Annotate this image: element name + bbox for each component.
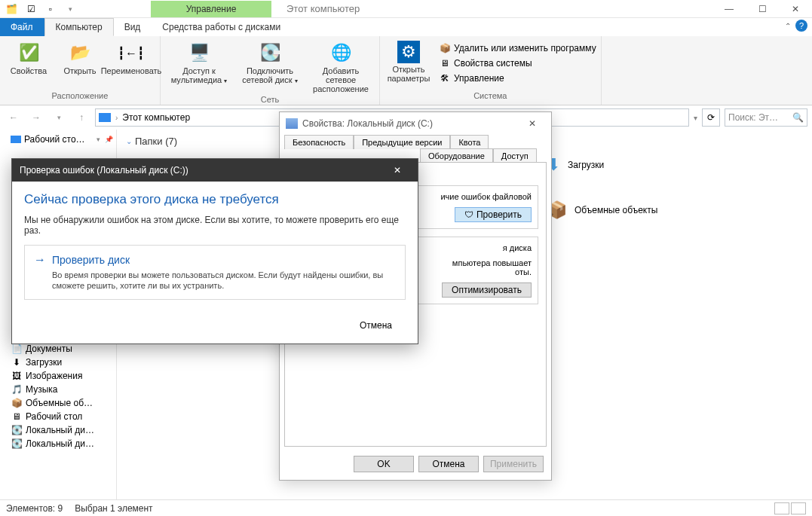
refresh-button[interactable]: ⟳	[702, 108, 720, 127]
add-network-location-button[interactable]: 🌐Добавить сетевое расположение	[307, 39, 375, 95]
drive-icon	[286, 118, 298, 129]
cancel-button[interactable]: Отмена	[418, 456, 479, 472]
drive-network-icon: 💽	[258, 41, 282, 65]
search-icon: 🔍	[792, 112, 804, 123]
modal-body-text: Мы не обнаружили ошибок на этом диске. Е…	[24, 215, 406, 236]
box-icon: 📦	[439, 42, 451, 54]
tree-icon: ⬇	[11, 357, 23, 368]
tree-icon: 📦	[11, 398, 23, 408]
status-items-count: Элементов: 9	[6, 503, 63, 514]
manage-icon: 🛠	[439, 72, 451, 84]
search-input[interactable]: Поиск: Эт… 🔍	[725, 108, 807, 127]
ribbon-tabs: Файл Компьютер Вид Средства работы с дис…	[0, 18, 812, 36]
folder-3d-objects[interactable]: 📦Объемные объекты	[539, 175, 812, 220]
error-check-dialog: Проверка ошибок (Локальный диск (C:)) ✕ …	[11, 158, 418, 344]
group-label-location: Расположение	[5, 91, 155, 102]
tab-hardware[interactable]: Оборудование	[420, 148, 493, 163]
tab-security[interactable]: Безопасность	[284, 135, 354, 149]
status-selected: Выбран 1 элемент	[75, 503, 152, 514]
tree-icon: 💽	[11, 425, 23, 435]
network-location-icon: 🌐	[329, 41, 353, 65]
this-pc-icon	[99, 113, 111, 122]
tree-item-desktop-pinned[interactable]: Рабочий сто…▾	[0, 133, 116, 146]
settings-icon: ⚙	[397, 41, 420, 63]
tree-item[interactable]: 🖥Рабочий стол	[0, 410, 116, 423]
monitor-icon	[11, 136, 21, 143]
tree-icon: 🖼	[11, 371, 23, 381]
scan-disk-description: Во время проверки вы можете пользоваться…	[52, 270, 396, 292]
nav-forward-button[interactable]: →	[27, 108, 45, 127]
address-dropdown-icon[interactable]: ▾	[694, 114, 697, 122]
system-properties-link[interactable]: 🖥Свойства системы	[439, 57, 596, 69]
maximize-button[interactable]: ☐	[746, 0, 779, 18]
tab-file[interactable]: Файл	[0, 18, 44, 36]
group-label-network: Сеть	[165, 95, 375, 105]
modal-cancel-button[interactable]: Отмена	[345, 318, 407, 333]
minimize-button[interactable]: —	[712, 0, 746, 18]
nav-back-button[interactable]: ←	[5, 108, 23, 127]
chevron-right-icon: ›	[115, 114, 118, 122]
shield-icon: 🛡	[464, 209, 473, 220]
tree-item[interactable]: 🎵Музыка	[0, 383, 116, 396]
media-icon: 🖥️	[187, 41, 211, 65]
dialog-title: Свойства: Локальный диск (C:)	[302, 118, 433, 129]
tree-icon: 📄	[11, 343, 23, 354]
search-placeholder: Поиск: Эт…	[728, 112, 778, 123]
modal-title: Проверка ошибок (Локальный диск (C:))	[20, 165, 188, 176]
media-access-button[interactable]: 🖥️Доступ к мультимедиа ▾	[165, 39, 233, 87]
properties-icon: ✅	[17, 41, 41, 65]
tree-item[interactable]: 💽Локальный ди…	[0, 437, 116, 450]
tab-prev-versions[interactable]: Предыдущие версии	[354, 135, 450, 149]
optimize-button[interactable]: Оптимизировать	[442, 282, 532, 298]
status-bar: Элементов: 9 Выбран 1 элемент	[0, 499, 812, 516]
open-button[interactable]: 📂Открыть	[56, 39, 104, 77]
group-label-system: Система	[385, 91, 596, 102]
check-button[interactable]: 🛡Проверить	[455, 207, 532, 222]
chevron-down-icon: ⌄	[126, 137, 132, 145]
tree-icon: 🎵	[11, 384, 23, 395]
open-settings-button[interactable]: ⚙Открыть параметры	[385, 39, 433, 84]
help-icon[interactable]: ?	[795, 20, 807, 32]
manage-link[interactable]: 🛠Управление	[439, 72, 596, 84]
map-drive-button[interactable]: 💽Подключить сетевой диск ▾	[236, 39, 304, 87]
rename-button[interactable]: ┇←┇Переименовать	[107, 39, 155, 77]
view-details-button[interactable]	[774, 502, 789, 514]
nav-up-button[interactable]: ↑	[72, 108, 90, 127]
ok-button[interactable]: OK	[354, 456, 414, 472]
view-icons-button[interactable]	[791, 502, 806, 514]
title-bar: 🗂️ ☑ ▫ ▾ Управление Этот компьютер — ☐ ✕	[0, 0, 812, 18]
tree-item[interactable]: 📄Документы	[0, 342, 116, 356]
properties-button[interactable]: ✅Свойства	[5, 39, 53, 77]
ribbon-context-tab[interactable]: Управление	[151, 1, 271, 17]
collapse-ribbon-icon[interactable]: ⌃	[785, 22, 791, 30]
folder-downloads[interactable]: ⬇Загрузки	[539, 130, 812, 175]
tab-computer[interactable]: Компьютер	[44, 18, 114, 36]
tree-item[interactable]: 💽Локальный ди…	[0, 423, 116, 437]
dialog-close-button[interactable]: ✕	[519, 115, 545, 132]
tree-item[interactable]: 🖼Изображения	[0, 369, 116, 383]
ribbon: ✅Свойства 📂Открыть ┇←┇Переименовать Расп…	[0, 36, 812, 105]
qat-checkbox-icon[interactable]: ☑	[23, 1, 39, 17]
tab-view[interactable]: Вид	[114, 18, 152, 36]
qat-window-icon[interactable]: ▫	[42, 1, 59, 17]
close-button[interactable]: ✕	[779, 0, 812, 18]
tab-disk-tools[interactable]: Средства работы с дисками	[152, 18, 292, 36]
system-info-icon: 🖥	[439, 57, 451, 69]
tree-item[interactable]: 📦Объемные об…	[0, 396, 116, 410]
explorer-icon: 🗂️	[3, 1, 20, 17]
uninstall-program-link[interactable]: 📦Удалить или изменить программу	[439, 42, 596, 54]
tree-item[interactable]: ⬇Загрузки	[0, 356, 116, 369]
apply-button[interactable]: Применить	[483, 456, 544, 472]
arrow-right-icon: →	[34, 253, 46, 267]
qat-dropdown-icon[interactable]: ▾	[62, 1, 78, 17]
modal-heading: Сейчас проверка этого диска не требуется	[24, 192, 406, 207]
tab-quota[interactable]: Квота	[450, 135, 489, 149]
nav-recent-dropdown[interactable]: ▾	[50, 108, 68, 127]
scan-disk-action[interactable]: →Проверить диск Во время проверки вы мож…	[24, 245, 406, 300]
rename-icon: ┇←┇	[119, 41, 143, 65]
address-text: Этот компьютер	[122, 112, 190, 123]
tab-sharing[interactable]: Доступ	[493, 148, 537, 163]
modal-close-button[interactable]: ✕	[385, 159, 410, 182]
window-title: Этот компьютер	[286, 3, 360, 14]
tree-icon: 🖥	[11, 411, 23, 422]
